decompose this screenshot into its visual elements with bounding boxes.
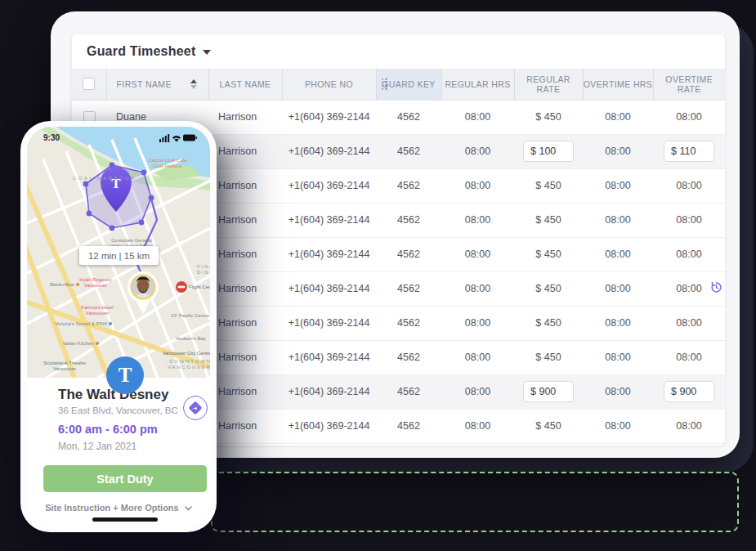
cell-regular-hrs: 08:00: [441, 340, 514, 374]
col-header-overtime-hrs[interactable]: OVERTIME HRS: [583, 69, 653, 100]
home-indicator[interactable]: [92, 517, 158, 522]
dashed-highlight-region: [211, 472, 739, 532]
cell-regular-rate: $ 450: [514, 100, 583, 134]
chevron-down-icon: [185, 506, 192, 511]
start-duty-button[interactable]: Start Duty: [43, 465, 207, 492]
cell-phone: +1(604) 369-2144: [282, 409, 376, 443]
map-label-poi: Flight Centre: [189, 284, 210, 290]
cell-guard-key: 4562: [376, 340, 441, 374]
col-header-last-name[interactable]: LAST NAME: [208, 69, 282, 100]
cell-phone: +1(604) 369-2144: [282, 100, 376, 134]
cell-last-name: Harrison: [208, 409, 282, 443]
cell-regular-hrs: 08:00: [441, 134, 514, 168]
cell-guard-key: 4562: [376, 237, 441, 271]
map-label-poi: Victoria's Secret & PINK: [55, 321, 112, 327]
cell-last-name: Harrison: [208, 100, 282, 134]
directions-button[interactable]: ➜: [183, 396, 208, 420]
cell-guard-key: 4562: [376, 409, 441, 443]
cell-last-name: Harrison: [208, 271, 282, 306]
map-label-area: COAL HARBOUR: [73, 176, 136, 181]
cell-overtime-hrs: 08:00: [583, 340, 653, 374]
cell-last-name: Harrison: [208, 203, 282, 237]
cell-guard-key: 4562: [376, 271, 441, 306]
col-header-first-name[interactable]: FIRST NAME: [106, 69, 208, 100]
col-header-overtime-rate[interactable]: OVERTIME RATE: [653, 69, 725, 100]
cell-regular-hrs: 08:00: [441, 203, 514, 237]
cell-overtime-rate: 08:00: [653, 237, 725, 271]
title-dropdown-caret-icon[interactable]: [203, 50, 211, 55]
map-label-poi: Hyatt RegencyVancouver: [79, 277, 111, 289]
phone-screen: T: [27, 127, 210, 526]
cell-overtime-hrs: 08:00: [583, 168, 653, 203]
cell-phone: +1(604) 369-2144: [282, 271, 376, 306]
status-time: 9:30: [43, 133, 60, 142]
cell-overtime-hrs: 08:00: [583, 203, 653, 237]
cell-regular-rate: $ 450: [514, 306, 583, 340]
cell-regular-rate: $ 450: [514, 203, 583, 237]
cell-regular-rate: $ 450: [514, 237, 583, 271]
cell-overtime-hrs: 08:00: [583, 134, 653, 168]
wifi-icon: [172, 136, 181, 141]
map-label-poi: Black+Blue: [50, 282, 79, 288]
col-header-regular-rate[interactable]: REGULAR RATE: [514, 69, 583, 100]
regular-rate-input[interactable]: [523, 141, 574, 162]
map[interactable]: T: [27, 127, 210, 378]
phone-mockup: T: [20, 121, 217, 532]
status-icons: [159, 133, 197, 142]
col-header-phone-no[interactable]: PHONE NO: [282, 69, 376, 100]
cell-regular-hrs: 08:00: [441, 306, 514, 340]
cell-overtime-rate: 08:00: [653, 409, 725, 443]
cell-overtime-hrs: 08:00: [583, 409, 653, 443]
overtime-rate-input[interactable]: [664, 381, 714, 402]
drag-handle-icon[interactable]: [382, 78, 388, 91]
cell-phone: +1(604) 369-2144: [282, 237, 376, 271]
cell-last-name: Harrison: [208, 237, 282, 271]
cell-phone: +1(604) 369-2144: [282, 203, 376, 237]
map-label-poi: CF Pacific Centre: [171, 313, 209, 319]
select-all-checkbox[interactable]: [83, 78, 95, 90]
cell-phone: +1(604) 369-2144: [282, 134, 376, 168]
history-clock-icon[interactable]: [710, 281, 722, 296]
cell-overtime-hrs: 08:00: [583, 306, 653, 340]
site-logo-badge: T: [106, 356, 144, 394]
table-header-row: FIRST NAME LAST NAME PHONE NO GUARD KEY …: [72, 69, 725, 100]
map-label-poi: Vancouver City Centre: [163, 351, 210, 356]
no-entry-icon: [176, 281, 187, 293]
overtime-rate-input[interactable]: [664, 141, 714, 162]
timesheet-title-row[interactable]: Guard Timesheet: [72, 34, 725, 69]
cell-regular-hrs: 08:00: [441, 409, 514, 443]
cell-overtime-rate: 08:00: [653, 306, 725, 340]
cell-guard-key: 4562: [376, 134, 441, 168]
select-all-header: [72, 69, 106, 100]
shift-date: Mon, 12 Jan 2021: [58, 441, 136, 452]
cell-guard-key: 4562: [376, 203, 441, 237]
cell-regular-hrs: 08:00: [441, 271, 514, 306]
phone-status-bar: 9:30: [27, 127, 210, 145]
col-header-guard-key[interactable]: GUARD KEY: [376, 69, 441, 100]
cell-overtime-hrs: 08:00: [583, 271, 653, 306]
cell-overtime-rate: 08:00: [653, 203, 725, 237]
site-instruction-link[interactable]: Site Instruction + More Options: [27, 503, 210, 513]
eta-pill: 12 min | 15 km: [79, 246, 159, 265]
cell-regular-hrs: 08:00: [441, 237, 514, 271]
map-label-poi: Scotiabank TheatreVancouver: [43, 361, 86, 372]
cell-regular-hrs: 08:00: [441, 374, 514, 409]
col-header-regular-hrs[interactable]: REGULAR HRS: [441, 69, 514, 100]
cell-last-name: Harrison: [208, 134, 282, 168]
cell-phone: +1(604) 369-2144: [282, 168, 376, 203]
cell-regular-hrs: 08:00: [441, 168, 514, 203]
cell-overtime-hrs: 08:00: [583, 100, 653, 134]
map-label-poi: Fairmont HotelVancouver: [81, 305, 113, 316]
cell-last-name: Harrison: [208, 374, 282, 409]
map-label-downtown: DOWNTOWNVANCOUVER: [168, 359, 210, 370]
page: Guard Timesheet FIRST NAME LAST NAME PHO…: [0, 0, 756, 551]
cell-overtime-hrs: 08:00: [583, 237, 653, 271]
site-address: 36 East Blvd, Vancouver, BC: [58, 405, 178, 415]
timesheet-title: Guard Timesheet: [87, 44, 195, 59]
map-label-poi: Cactus Club CafeCoal Harbour: [148, 158, 186, 169]
cell-phone: +1(604) 369-2144: [282, 306, 376, 340]
regular-rate-input[interactable]: [523, 381, 574, 402]
cell-guard-key: 4562: [376, 306, 441, 340]
sort-icon[interactable]: [190, 79, 197, 89]
cell-guard-key: 4562: [376, 168, 441, 203]
